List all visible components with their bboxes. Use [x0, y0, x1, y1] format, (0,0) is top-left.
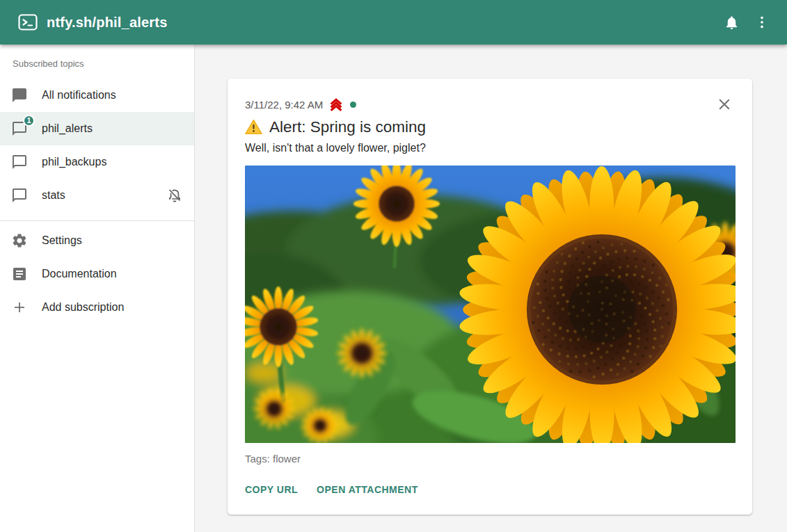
gear-icon	[11, 232, 28, 249]
chat-bubble-outline-icon	[11, 154, 28, 170]
close-icon	[715, 105, 733, 115]
plus-icon	[11, 299, 28, 316]
page-title: ntfy.sh/phil_alerts	[47, 15, 167, 31]
sidebar-item-phil-alerts[interactable]: 1 phil_alerts	[0, 112, 194, 145]
notification-actions: COPY URL OPEN ATTACHMENT	[245, 481, 736, 498]
notifications-off-icon	[166, 187, 183, 204]
app-bar: ntfy.sh/phil_alerts	[0, 0, 787, 45]
sidebar-item-stats[interactable]: stats	[0, 179, 194, 212]
chat-bubble-outline-icon: 1	[11, 120, 28, 137]
notification-title: Alert: Spring is coming	[269, 118, 426, 136]
warning-emoji-icon	[245, 119, 262, 135]
notification-title-row: Alert: Spring is coming	[245, 118, 736, 136]
sidebar-item-label: phil_backups	[42, 156, 106, 168]
main-content: 3/11/22, 9:42 AM	[195, 45, 787, 532]
open-attachment-button[interactable]: OPEN ATTACHMENT	[317, 481, 418, 498]
sidebar-item-label: phil_alerts	[42, 122, 93, 135]
sidebar-item-label: All notifications	[42, 89, 116, 102]
sidebar-item-add-subscription[interactable]: Add subscription	[0, 291, 194, 324]
more-vert-icon	[754, 15, 770, 30]
notification-timestamp: 3/11/22, 9:42 AM	[245, 99, 323, 111]
notification-body: Well, isn't that a lovely flower, piglet…	[245, 140, 736, 156]
sidebar-item-all-notifications[interactable]: All notifications	[0, 79, 194, 112]
sidebar: Subscribed topics All notifications 1 ph…	[0, 45, 195, 532]
sidebar-item-label: Documentation	[42, 268, 117, 280]
sidebar-item-settings[interactable]: Settings	[0, 224, 194, 257]
attachment-image[interactable]	[245, 166, 736, 443]
sidebar-item-label: Settings	[42, 234, 82, 247]
notification-meta: 3/11/22, 9:42 AM	[245, 97, 736, 112]
notification-tags: Tags: flower	[245, 453, 736, 465]
priority-max-icon	[328, 97, 344, 112]
terminal-logo-icon	[18, 14, 38, 31]
overflow-menu-button[interactable]	[747, 7, 777, 38]
notifications-bell-button[interactable]	[716, 7, 747, 38]
unread-dot	[350, 102, 356, 108]
article-icon	[11, 266, 28, 282]
notification-card: 3/11/22, 9:42 AM	[228, 79, 752, 515]
subscribed-topics-label: Subscribed topics	[0, 45, 194, 79]
sidebar-item-label: stats	[42, 189, 65, 202]
bell-icon	[724, 15, 740, 31]
sidebar-divider	[0, 220, 194, 221]
copy-url-button[interactable]: COPY URL	[245, 481, 298, 498]
sidebar-item-label: Add subscription	[42, 301, 124, 314]
unread-count-badge: 1	[23, 115, 35, 127]
chat-bubble-outline-icon	[11, 187, 28, 204]
chat-bubble-filled-icon	[11, 87, 28, 104]
sidebar-item-documentation[interactable]: Documentation	[0, 257, 194, 291]
sidebar-item-phil-backups[interactable]: phil_backups	[0, 145, 194, 179]
ntfy-app-window: ntfy.sh/phil_alerts Subscribed topics	[0, 0, 787, 532]
close-notification-button[interactable]	[715, 95, 734, 115]
